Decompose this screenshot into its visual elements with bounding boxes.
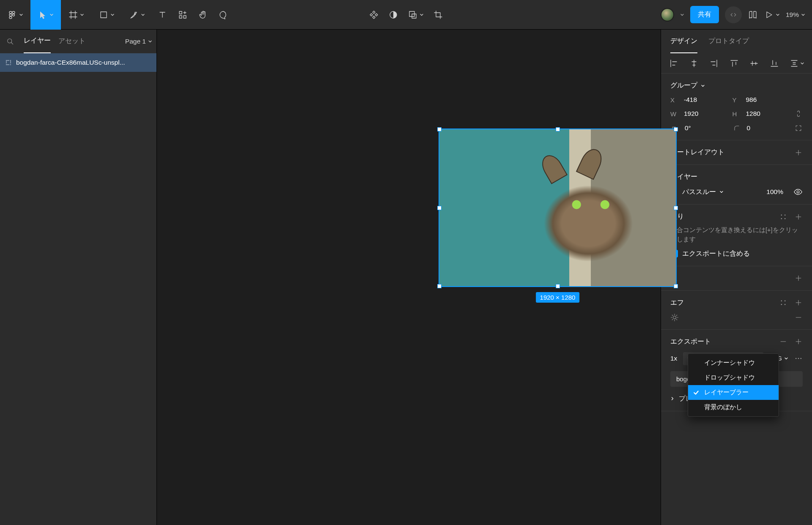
library-icon[interactable]: [748, 0, 758, 30]
effects-dropdown-menu: インナーシャドウ ドロップシャドウ レイヤーブラー 背景のぼかし: [688, 353, 779, 417]
svg-rect-6: [101, 12, 107, 18]
svg-point-19: [10, 64, 11, 65]
comment-tool[interactable]: [213, 0, 233, 30]
remove-export-icon[interactable]: [779, 337, 787, 346]
page-dropdown[interactable]: Page 1: [125, 38, 152, 45]
present-button[interactable]: [764, 0, 780, 30]
svg-point-28: [785, 304, 786, 305]
add-fill-icon[interactable]: [794, 213, 803, 221]
remove-effect-icon[interactable]: [794, 313, 803, 322]
svg-rect-0: [9, 11, 12, 14]
tab-layers[interactable]: レイヤー: [24, 30, 51, 53]
distribute-dropdown[interactable]: [789, 58, 804, 68]
position-section: グループ X-418 Y986 W1920 H1280 0° 0: [661, 74, 812, 140]
visibility-icon[interactable]: [793, 187, 803, 197]
export-scale[interactable]: 1x: [670, 355, 677, 362]
svg-point-21: [781, 214, 782, 216]
crop-icon[interactable]: [433, 0, 443, 30]
radius-field[interactable]: 0: [732, 124, 785, 132]
resize-handle-t[interactable]: [556, 127, 560, 131]
zoom-dropdown[interactable]: 19%: [786, 11, 805, 19]
share-button[interactable]: 共有: [690, 6, 719, 23]
include-in-export-checkbox[interactable]: エクスポートに含める: [670, 249, 803, 258]
add-export-icon[interactable]: [794, 337, 803, 346]
add-effect-icon[interactable]: [794, 298, 803, 307]
resize-handle-r[interactable]: [674, 206, 678, 210]
layer-item[interactable]: bogdan-farca-CEx86maLUSc-unspl...: [0, 53, 156, 72]
effects-style-icon[interactable]: [779, 298, 787, 307]
mask-icon[interactable]: [388, 0, 398, 30]
fill-style-icon[interactable]: [779, 213, 787, 221]
selected-image[interactable]: 1920 × 1280: [439, 129, 677, 287]
components-icon[interactable]: [369, 0, 379, 30]
hand-tool[interactable]: [193, 0, 213, 30]
resize-handle-tr[interactable]: [674, 127, 678, 131]
selection-dimensions: 1920 × 1280: [536, 292, 580, 303]
align-left-icon[interactable]: [669, 58, 679, 68]
svg-point-17: [10, 60, 11, 61]
pen-tool[interactable]: [122, 0, 152, 30]
effect-option-layer-blur[interactable]: レイヤーブラー: [688, 385, 779, 400]
boolean-tool[interactable]: [408, 0, 424, 30]
search-icon[interactable]: [4, 36, 16, 47]
inspector-tabs: デザイン プロトタイプ: [661, 30, 812, 53]
shape-tool[interactable]: [91, 0, 122, 30]
align-vcenter-icon[interactable]: [749, 58, 759, 68]
align-top-icon[interactable]: [729, 58, 739, 68]
svg-marker-14: [767, 12, 772, 18]
avatar[interactable]: [661, 8, 674, 22]
resize-handle-l[interactable]: [437, 206, 442, 210]
main-toolbar: 共有 19%: [0, 0, 812, 30]
resize-handle-br[interactable]: [674, 284, 678, 288]
independent-corners-icon[interactable]: [794, 124, 803, 132]
effects-label: エフ: [670, 298, 684, 307]
effect-settings-icon[interactable]: [670, 313, 679, 322]
canvas[interactable]: 1920 × 1280: [157, 30, 661, 525]
add-stroke-icon[interactable]: [794, 274, 803, 282]
stroke-section: 線: [661, 266, 812, 291]
group-dropdown[interactable]: グループ: [670, 81, 803, 90]
resize-handle-b[interactable]: [556, 284, 560, 288]
move-tool[interactable]: [30, 0, 61, 30]
tab-design[interactable]: デザイン: [670, 30, 697, 53]
svg-rect-13: [412, 14, 416, 18]
align-bottom-icon[interactable]: [769, 58, 779, 68]
effect-option-background-blur[interactable]: 背景のぼかし: [688, 400, 779, 415]
align-right-icon[interactable]: [709, 58, 719, 68]
frame-tool[interactable]: [61, 0, 91, 30]
svg-point-32: [801, 358, 802, 359]
tab-prototype[interactable]: プロトタイプ: [708, 30, 749, 53]
export-options-icon[interactable]: [794, 354, 803, 363]
svg-rect-9: [179, 16, 182, 18]
opacity-field[interactable]: 100%: [766, 188, 783, 196]
effect-option-inner-shadow[interactable]: インナーシャドウ: [688, 355, 779, 370]
constrain-proportions-icon[interactable]: [794, 109, 803, 118]
svg-point-31: [798, 358, 799, 359]
page-label: Page 1: [125, 38, 146, 45]
resize-handle-tl[interactable]: [437, 127, 442, 131]
alignment-row: [661, 53, 812, 74]
add-autolayout-icon[interactable]: [794, 148, 803, 157]
left-panel-tabs: レイヤー アセット Page 1: [0, 30, 156, 53]
dev-mode-button[interactable]: [725, 6, 742, 23]
svg-point-27: [781, 304, 782, 305]
svg-rect-2: [9, 16, 12, 19]
y-field[interactable]: Y986: [732, 96, 785, 104]
w-field[interactable]: W1920: [670, 110, 723, 118]
figma-menu[interactable]: [0, 0, 30, 30]
tab-assets[interactable]: アセット: [58, 30, 85, 53]
svg-point-23: [781, 218, 782, 219]
x-field[interactable]: X-418: [670, 96, 723, 104]
svg-marker-5: [40, 11, 45, 19]
avatar-chevron-icon[interactable]: [680, 13, 684, 17]
inspector-panel: デザイン プロトタイプ グループ X-418 Y986: [661, 30, 812, 525]
effect-option-drop-shadow[interactable]: ドロップシャドウ: [688, 370, 779, 385]
text-tool[interactable]: [152, 0, 173, 30]
rotation-field[interactable]: 0°: [670, 124, 723, 132]
resources-tool[interactable]: [173, 0, 193, 30]
h-field[interactable]: H1280: [732, 110, 785, 118]
align-hcenter-icon[interactable]: [689, 58, 699, 68]
check-icon: [693, 390, 699, 396]
resize-handle-bl[interactable]: [437, 284, 442, 288]
blend-mode-dropdown[interactable]: パススルー: [682, 188, 724, 197]
